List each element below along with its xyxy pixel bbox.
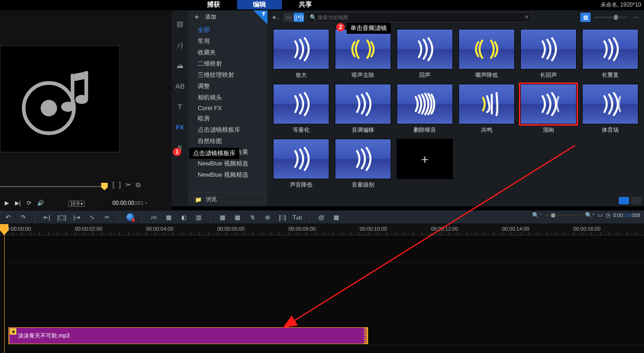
category-item[interactable]: 调整 xyxy=(188,81,267,92)
filter-thumb[interactable]: 长重复 xyxy=(580,29,640,79)
filter-thumb[interactable]: 体育场 xyxy=(580,84,640,134)
filter-thumb[interactable]: 放大 xyxy=(271,29,331,79)
filter-thumb[interactable]: 删除噪音 xyxy=(395,84,455,134)
scrub-tool-2[interactable]: ✂ xyxy=(126,181,131,189)
clear-search-icon[interactable]: ✕ xyxy=(525,14,529,20)
filter-thumb[interactable]: 音量级别 xyxy=(333,139,393,189)
filter-thumb[interactable]: 混响 xyxy=(518,84,578,134)
playback-btn-0[interactable]: ▶ xyxy=(3,200,10,206)
scrub-marker-icon[interactable] xyxy=(101,183,108,190)
add-button[interactable]: ＋ 添加 xyxy=(188,10,267,23)
playback-btn-1[interactable]: ▶| xyxy=(14,200,22,206)
tl-tool-13[interactable]: ◐ xyxy=(179,214,188,221)
filter-thumb[interactable]: 长回声 xyxy=(518,29,578,79)
grid-view-button[interactable]: ▦ xyxy=(580,13,591,22)
fx-icon[interactable]: FX xyxy=(175,122,185,132)
filter-thumb[interactable]: 嗒声去除 xyxy=(333,29,393,79)
category-item[interactable]: 暗房 xyxy=(188,113,267,124)
tl-tool-21[interactable]: T₃ᴅ xyxy=(293,214,302,221)
tl-tool-3[interactable]: ⇤| xyxy=(43,214,51,221)
more-button[interactable]: ⋯ xyxy=(631,13,641,22)
scrub-tool-3[interactable]: ⧉ xyxy=(136,181,141,189)
category-item[interactable]: 收藏夹 xyxy=(188,47,267,58)
category-item[interactable]: 全部 xyxy=(188,24,267,36)
category-item[interactable]: NewBlue 视频精选 xyxy=(188,169,267,180)
media-icon[interactable]: ▤ xyxy=(175,19,185,29)
tl-tool-4[interactable]: [▢] xyxy=(58,214,66,221)
category-item[interactable]: 相机镜头 xyxy=(188,92,267,103)
category-item[interactable]: 常用 xyxy=(188,36,267,47)
fav-toggle[interactable]: ★₊ xyxy=(270,13,281,22)
clip-trim-handle[interactable] xyxy=(364,328,367,344)
duration-display: 00:00:00:001 ÷ xyxy=(112,200,148,206)
text-icon[interactable]: T xyxy=(175,101,185,112)
aspect-selector[interactable]: 16:9 ▾ xyxy=(68,201,85,207)
tl-tool-24[interactable]: ▦ xyxy=(332,214,341,221)
filter-thumb[interactable]: 音调偏移 xyxy=(333,84,393,134)
callout-1: 点击滤镜模板库 xyxy=(189,148,239,159)
category-item[interactable]: Corel FX xyxy=(188,103,267,113)
tl-tool-18[interactable]: ↯ xyxy=(248,214,257,221)
audio-filter-button[interactable]: ((•)) xyxy=(294,13,304,22)
lib-footer-toggles[interactable] xyxy=(619,197,641,204)
timeline-timecode: 0:00:10:008 xyxy=(613,212,640,218)
zoom-in-icon[interactable]: 🔍⁺ xyxy=(585,212,595,218)
tl-tool-0[interactable]: ↶ xyxy=(4,214,12,221)
filter-thumb[interactable]: 嘶声降低 xyxy=(457,29,517,79)
category-item[interactable]: 点击滤镜模板库 xyxy=(188,124,267,135)
timer-icon[interactable]: ◷ xyxy=(606,212,610,218)
view-a-button[interactable]: ▭ xyxy=(283,13,294,22)
category-item[interactable]: 三维纹理映射 xyxy=(188,69,267,81)
tl-tool-14[interactable]: ▥ xyxy=(194,214,203,221)
search-field[interactable] xyxy=(318,15,521,20)
top-tab-0[interactable]: 捕获 xyxy=(191,0,236,9)
scrub-tool-1[interactable]: ] xyxy=(119,181,121,189)
playback-btn-3[interactable]: 🔊 xyxy=(37,200,44,206)
filter-thumb[interactable]: 声音降低 xyxy=(271,139,331,189)
tl-tool-11[interactable]: ♪⎋ xyxy=(149,214,158,221)
audio-track[interactable]: ★ 淡淡青天不可欺.mp3 xyxy=(8,327,644,345)
tl-tool-9[interactable] xyxy=(126,213,134,221)
browse-button[interactable]: 📁浏览 xyxy=(188,192,267,206)
fit-icon[interactable]: ▭ xyxy=(598,212,603,218)
audio-clip[interactable]: ★ 淡淡青天不可欺.mp3 xyxy=(8,327,368,344)
playhead-icon[interactable] xyxy=(0,224,8,235)
playback-btn-2[interactable]: ⟳ xyxy=(25,200,33,206)
scrub-tool-0[interactable]: [ xyxy=(112,181,114,189)
tl-tool-16[interactable]: ▦ xyxy=(218,214,227,221)
search-input[interactable]: 🔍 ✕ xyxy=(307,12,532,23)
category-item[interactable]: 自然绘图 xyxy=(188,135,267,147)
timeline-ruler[interactable]: 00:00:00:0000:00:02:0000:00:04:0000:00:0… xyxy=(0,224,644,235)
zoom-out-icon[interactable]: 🔍⁻ xyxy=(532,212,542,218)
template-icon[interactable]: ⛰ xyxy=(175,60,185,70)
tl-tool-5[interactable]: |⇥ xyxy=(73,214,81,221)
plus-icon: ＋ xyxy=(193,12,200,22)
thumb-label: 长回声 xyxy=(540,71,557,79)
scrub-bar[interactable] xyxy=(0,182,109,191)
library-toolbar: ★₊ ▭ ((•)) 🔍 ✕ ▦ ⋯ xyxy=(267,10,644,24)
tl-tool-19[interactable]: ⊕ xyxy=(263,214,272,221)
filter-thumb[interactable]: 回声 xyxy=(395,29,455,79)
zoom-slider[interactable] xyxy=(545,215,582,216)
tl-tool-6[interactable]: ⤡ xyxy=(88,214,96,221)
filter-thumb[interactable]: 共鸣 xyxy=(457,84,517,134)
tl-tool-17[interactable]: ▦ xyxy=(233,214,242,221)
title-icon[interactable]: AB xyxy=(175,81,185,91)
audio-icon[interactable]: ♪) xyxy=(175,39,185,50)
add-filter-button[interactable]: ＋ xyxy=(395,139,455,189)
tl-tool-20[interactable]: [□] xyxy=(278,214,287,221)
tl-tool-23[interactable]: @ xyxy=(317,214,326,221)
tl-tool-1[interactable]: ↷ xyxy=(19,214,27,221)
tl-tool-7[interactable]: ✂ xyxy=(103,214,111,221)
top-tab-1[interactable]: 编辑 xyxy=(237,0,282,9)
filter-thumb[interactable]: 等量化 xyxy=(271,84,331,134)
tl-tool-12[interactable]: ▦ xyxy=(164,214,173,221)
clip-fx-star-icon[interactable]: ★ xyxy=(10,328,16,335)
top-tab-2[interactable]: 共享 xyxy=(283,0,328,9)
category-item[interactable]: 二维映射 xyxy=(188,58,267,69)
thumb-label: 音量级别 xyxy=(352,181,374,189)
thumb-size-slider[interactable] xyxy=(594,16,627,18)
video-track[interactable] xyxy=(8,242,644,263)
category-item[interactable]: NewBlue 视频精选 xyxy=(188,158,267,169)
pin-icon[interactable] xyxy=(253,10,267,24)
